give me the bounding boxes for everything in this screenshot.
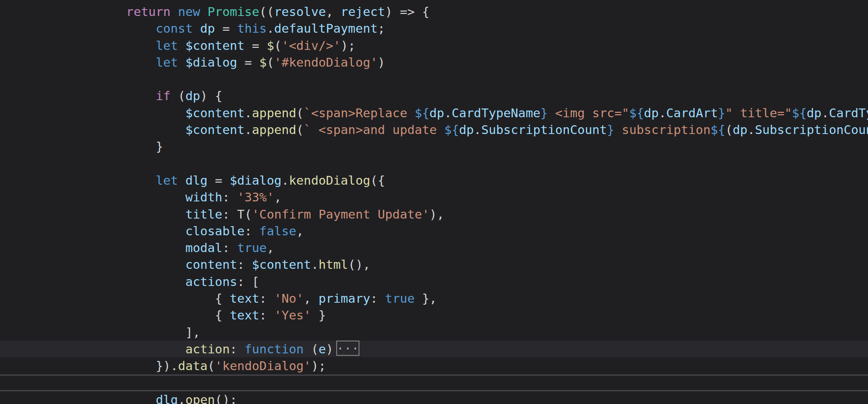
code-token: let [156,38,178,53]
code-token: : [259,308,274,322]
code-token: : T( [222,207,252,221]
code-token: reject [341,4,385,19]
code-token: . [245,122,252,137]
code-token: ( [267,55,274,69]
code-token: }, [415,291,437,305]
code-token: ${ [792,106,807,120]
code-line[interactable]: { text: 'Yes' } [0,307,868,323]
code-line[interactable]: let $content = $('<div/>'); [0,37,868,54]
code-token: e [318,342,326,356]
code-token: ); [311,359,326,373]
code-token: let [156,173,178,187]
code-token: SubscriptionCount [755,122,868,137]
code-line[interactable]: content: $content.html(), [0,256,868,273]
code-token: $dialog [185,55,237,69]
code-token: 'Yes' [274,308,311,322]
code-editor[interactable]: return new Promise((resolve, reject) => … [0,0,868,404]
code-token: ], [67,325,200,339]
code-token: . [267,21,274,35]
code-token [178,38,185,53]
code-token: actions [185,274,237,289]
code-token: SubscriptionCount [481,122,607,137]
code-token: $content [185,38,245,53]
code-token: 'Confirm Payment Update' [252,207,430,221]
code-token: function [245,342,304,356]
code-token: { [67,291,230,305]
code-token: . [821,106,829,120]
code-token: false [259,224,296,238]
code-token: CardTypeName [829,106,868,120]
code-token: : [259,291,274,305]
code-token: } [718,106,726,120]
code-token [67,122,185,137]
code-line[interactable]: closable: false, [0,223,868,239]
code-token: } [67,139,163,154]
code-line[interactable]: } [0,138,868,155]
code-line[interactable]: }).data('kendoDialog'); [0,357,868,374]
code-token: append [252,122,296,137]
code-token: title [185,207,223,221]
code-line-current[interactable] [0,374,868,391]
code-line[interactable]: width: '33%', [0,189,868,205]
code-token: html [318,257,348,272]
folded-region-ellipsis[interactable]: ... [336,341,359,356]
code-token: action [185,342,230,356]
code-line[interactable]: let dlg = $dialog.kendoDialog({ [0,172,868,189]
code-token: resolve [274,4,326,19]
code-token: let [156,55,178,69]
code-token: ${ [629,106,644,120]
code-line[interactable]: let $dialog = $('#kendoDialog') [0,54,868,71]
code-token: : [237,257,252,272]
code-token: Promise [207,4,259,19]
code-token: (); [215,392,237,404]
code-token: . [444,106,452,120]
code-line[interactable]: { text: 'No', primary: true }, [0,290,868,307]
code-token: ) => { [385,4,429,19]
code-line[interactable]: title: T('Confirm Payment Update'), [0,206,868,223]
code-token: }). [67,359,178,373]
code-token: ); [341,38,355,53]
code-token: . [245,106,252,120]
code-line[interactable]: ], [0,324,868,341]
code-line[interactable]: dlg.open(); [0,391,868,404]
code-line[interactable]: $content.append(`<span>Replace ${dp.Card… [0,104,868,121]
code-token: closable [185,224,245,238]
code-token: ; [378,21,385,35]
code-line[interactable]: return new Promise((resolve, reject) => … [0,3,868,20]
code-token [200,4,208,19]
code-token: content [185,257,237,272]
code-token: text [230,291,259,305]
code-token: subscription [614,122,710,137]
code-token: ( [207,359,215,373]
code-token: , [304,291,318,305]
code-token: dp [430,106,444,120]
code-token: dp [185,89,200,103]
code-token: CardTypeName [452,106,541,120]
code-line[interactable]: actions: [ [0,273,868,290]
code-token: (), [348,257,371,272]
code-line[interactable]: $content.append(` <span>and update ${dp.… [0,121,868,138]
code-token [67,274,185,289]
code-token [67,392,156,404]
code-line[interactable] [0,71,868,87]
code-token [67,55,156,69]
code-token: ( [304,342,318,356]
code-token: defaultPayment [274,21,378,35]
code-token: ) [378,55,385,69]
code-token: ), [430,207,444,221]
code-line[interactable]: if (dp) { [0,87,868,104]
code-token: ( [296,122,304,137]
code-token: new [178,4,200,19]
code-token: { [67,308,230,322]
code-line[interactable] [0,155,868,172]
code-token: = [237,55,259,69]
code-token: open [185,392,215,404]
code-token: $dialog [230,173,282,187]
code-token: : [222,190,237,204]
code-token: ({ [370,173,385,187]
code-line[interactable]: modal: true, [0,239,868,256]
code-token: '33%' [237,190,274,204]
code-line[interactable]: action: function (e)... [0,341,868,357]
code-token: . [178,392,185,404]
code-line[interactable]: const dp = this.defaultPayment; [0,20,868,37]
